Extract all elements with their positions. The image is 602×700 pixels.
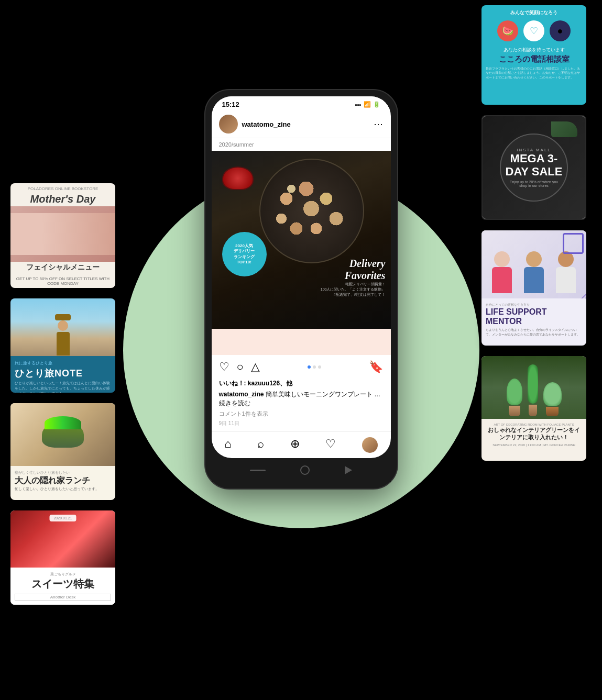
phone-bottom-bar <box>212 458 391 482</box>
kokoro-title: こころの電話相談室 <box>486 54 582 64</box>
kokoro-card: みんなで笑顔になろう 🍉 ♡ ● あなたの相談を待っています こころの電話相談室… <box>481 5 586 105</box>
ig-username-area: watatomo_zine <box>219 115 291 134</box>
lunch-desc: 忙しく楽しい、ひとり旅をしたいと思っています。 <box>15 486 111 492</box>
plant-card: ART OF DECORATING ROOM WITH FOLIAGE PLAN… <box>481 356 586 461</box>
sweets-date: 2020.01.21 <box>49 515 76 521</box>
ig-post-label: 2020/summer <box>212 138 391 151</box>
ig-more-options[interactable]: ⋯ <box>374 118 384 130</box>
mega-circle: INSTA MALL MEGA 3-DAY SALE Enjoy up to 2… <box>500 134 568 202</box>
sweets-card: 2020.01.21 菓ごもりグルメ スイーツ特集 Another Desk <box>10 510 115 605</box>
mothers-day-card: POLADORES ONLINE BOOKSTORE Mother's Day … <box>10 183 115 288</box>
ig-profile-button[interactable] <box>362 437 378 453</box>
phone-home-button <box>300 465 310 475</box>
mentor-title: LIFE SUPPORT MENTOR <box>486 307 582 326</box>
ig-search-button[interactable]: ⌕ <box>257 437 264 453</box>
plant-2 <box>528 364 538 416</box>
status-icons: ▪▪▪ 📶 🔋 <box>355 101 380 108</box>
ball-icon: ● <box>550 20 571 41</box>
lunch-title: 大人の隠れ家ランチ <box>15 475 111 485</box>
heart-icon: ♡ <box>523 20 544 41</box>
comment-button[interactable]: ○ <box>237 360 244 374</box>
plant-date-text: SEPTEMBER 22, 2020 | 11:00 AM | MT. GORC… <box>486 443 582 447</box>
like-button[interactable]: ♡ <box>219 360 229 374</box>
sweets-brand: Another Desk <box>15 594 111 601</box>
ig-bottom-nav: ⌂ ⌕ ⊕ ♡ <box>212 431 391 458</box>
status-time: 15:12 <box>222 101 239 108</box>
save-button[interactable]: 🔖 <box>369 360 383 374</box>
mentor-card: 自分にとっての正解な生き方を LIFE SUPPORT MENTOR らよりをう… <box>481 230 586 346</box>
sweets-category: 菓ごもりグルメ <box>15 572 111 577</box>
watermelon-icon: 🍉 <box>497 20 518 41</box>
caption-username[interactable]: watatomo_zine <box>219 391 264 398</box>
ig-actions: ♡ ○ △ 🔖 <box>212 355 391 379</box>
travel-label: 旅に旅するひとり旅 <box>15 360 111 366</box>
mothers-day-title: Mother's Day <box>10 192 115 206</box>
phone: 15:12 ▪▪▪ 📶 🔋 watatomo_zine ⋯ 2020/summe… <box>204 89 398 490</box>
kokoro-waiting-text: あなたの相談を待っています <box>486 47 582 53</box>
mentor-accent-box <box>563 233 584 254</box>
sweets-title: スイーツ特集 <box>15 577 111 591</box>
ig-post-image: 2020人気 デリバリー ランキング TOP10! Delivery Favor… <box>212 151 391 329</box>
bookstore-label: POLADORES ONLINE BOOKSTORE <box>10 183 115 192</box>
ig-avatar <box>219 115 238 134</box>
phone-back-button <box>250 470 266 471</box>
share-button[interactable]: △ <box>251 360 260 374</box>
lunch-card: 察がしく忙しいひとり旅をしたい 大人の隠れ家ランチ 忙しく楽しい、ひとり旅をした… <box>10 403 115 500</box>
ig-home-button[interactable]: ⌂ <box>224 437 231 453</box>
mega-sale-card: INSTA MALL MEGA 3-DAY SALE Enjoy up to 2… <box>481 115 586 220</box>
mothers-day-desc: GET UP TO 50% OFF ON SELECT TITLES WITH … <box>10 274 115 288</box>
plant-1 <box>507 379 522 416</box>
ig-comment-link[interactable]: コメント1件を表示 <box>212 410 391 420</box>
shoe-image <box>551 121 577 137</box>
phone-forward-button <box>345 466 352 474</box>
kokoro-top-text: みんなで笑顔になろう <box>481 5 586 18</box>
plant-main-text: おしゃれなインテリアグリーンをインテリアに取り入れたい！ <box>486 426 582 441</box>
travel-note-card: 旅に旅するひとり旅 ひとり旅NOTE ひとりが楽しいといったー！旅先ではほんとに… <box>10 298 115 393</box>
ig-overlay-text: Delivery Favorites 宅配デリバリー消費量！ 100人に聞いた、… <box>321 258 386 297</box>
mentor-desc: らよりをうんと心地よくさせたい。自分のライフスタイルについて、メンターがみなみな… <box>486 328 582 337</box>
ig-caption: watatomo_zine 簡単美味しいモーニングワンプレート … 続きを読む <box>212 390 391 410</box>
mega-title: MEGA 3-DAY SALE <box>501 152 567 177</box>
ig-date: 9日 11日 <box>212 420 391 431</box>
travel-title: ひとり旅NOTE <box>15 367 111 380</box>
mentor-image <box>481 230 586 298</box>
mothers-day-subtitle: フェイシャルメニュー <box>10 262 115 274</box>
kokoro-icons: 🍉 ♡ ● <box>481 18 586 43</box>
ig-header: watatomo_zine ⋯ <box>212 110 391 138</box>
ig-overlay-badge: 2020人気 デリバリー ランキング TOP10! <box>222 232 267 276</box>
status-bar: 15:12 ▪▪▪ 📶 🔋 <box>212 96 391 110</box>
ig-username[interactable]: watatomo_zine <box>242 120 291 128</box>
post-indicator <box>308 365 321 369</box>
ig-activity-button[interactable]: ♡ <box>325 437 336 453</box>
ig-pink-section <box>212 329 391 355</box>
mega-sub: Enjoy up to 20% off when you shop in our… <box>501 180 567 187</box>
kokoro-desc: 最近フラフラというお客様の心にお電話（相談窓口）しました。あなたの日常の心配ごと… <box>486 66 582 80</box>
ig-likes: いいね！: kazuuu126、他 <box>212 379 391 390</box>
plant-3 <box>543 382 562 416</box>
plant-image <box>481 356 586 419</box>
travel-desc: ひとりが楽しいといったー！旅先ではほんとに面白い体験をした。しかし旅先でにとって… <box>15 381 111 393</box>
mentor-small-label: 自分にとっての正解な生き方を <box>486 303 582 307</box>
lunch-small-text: 察がしく忙しいひとり旅をしたい <box>15 470 111 475</box>
ig-create-button[interactable]: ⊕ <box>290 437 300 453</box>
